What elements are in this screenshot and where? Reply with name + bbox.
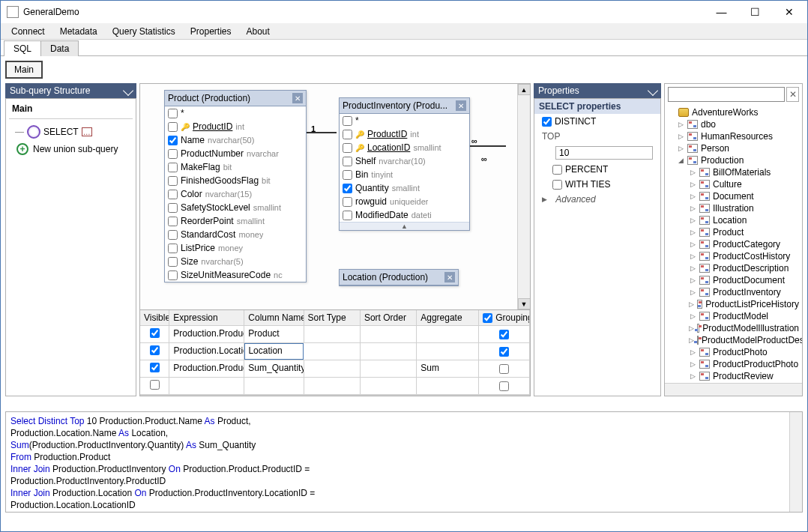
grid-row-empty[interactable] [140, 378, 530, 395]
grid-empty-visible[interactable] [150, 380, 160, 390]
column-checkbox[interactable] [168, 230, 178, 240]
grid-sortorder[interactable] [361, 360, 417, 377]
grid-colname[interactable]: Product [244, 326, 304, 342]
grid-row[interactable]: Production.Product.NameProduct [140, 326, 530, 343]
menu-metadata[interactable]: Metadata [52, 25, 105, 38]
grid-colname[interactable]: Location [244, 343, 304, 360]
column-checkbox[interactable] [168, 190, 178, 199]
grid-expression[interactable]: Production.Location.Name [169, 343, 244, 360]
tree-twist-icon[interactable]: ▷ [689, 360, 696, 368]
column-checkbox[interactable] [168, 163, 178, 172]
tree-twist-icon[interactable]: ▷ [689, 312, 696, 320]
pin-icon[interactable] [123, 85, 133, 96]
tree-twist-icon[interactable]: ▷ [689, 217, 696, 224]
distinct-checkbox[interactable] [542, 117, 552, 127]
menu-query-statistics[interactable]: Query Statistics [105, 25, 183, 38]
properties-pin-icon[interactable] [648, 85, 658, 96]
table-column-row[interactable]: Namenvarchar(50) [165, 133, 306, 147]
tree-table[interactable]: ▷ProductModelIllustration [665, 322, 802, 334]
tree-table[interactable]: ▷ProductInventory [665, 286, 802, 298]
table-column-row[interactable]: 🔑LocationIDsmallint [340, 141, 469, 154]
column-checkbox[interactable] [343, 184, 352, 193]
table-column-row[interactable]: Shelfnvarchar(10) [340, 154, 469, 168]
tree-twist-icon[interactable]: ▷ [677, 145, 684, 152]
tree-table[interactable]: ▷ProductModelProductDescriptionCulture [665, 334, 802, 346]
join-line-2[interactable] [468, 145, 506, 147]
table-column-row[interactable]: MakeFlagbit [165, 160, 306, 174]
grid-visible-checkbox[interactable] [150, 345, 160, 355]
tree-table[interactable]: ▷ProductCategory [665, 238, 802, 250]
tree-twist-icon[interactable]: ▷ [689, 241, 696, 248]
grid-header-aggregate[interactable]: Aggregate [417, 310, 479, 325]
grid-sorttype[interactable] [304, 343, 360, 360]
tree-twist-icon[interactable]: ▷ [689, 336, 694, 344]
tree-twist-icon[interactable]: ▷ [689, 193, 696, 200]
objexp-search-clear[interactable]: ✕ [786, 87, 799, 102]
table-productinventory-close[interactable]: ✕ [456, 100, 466, 111]
column-checkbox[interactable] [343, 211, 352, 220]
tree-table[interactable]: ▷ProductReview [665, 370, 802, 382]
grid-header-sorttype[interactable]: Sort Type [304, 310, 361, 325]
table-column-row[interactable]: StandardCostmoney [165, 228, 306, 241]
tree-table[interactable]: ▷Illustration [665, 202, 802, 214]
table-productinventory-collapse[interactable]: ▲ [340, 222, 469, 230]
tree-schema-humanresources[interactable]: ▷HumanResources [665, 130, 802, 142]
close-button[interactable]: ✕ [772, 1, 806, 23]
table-product[interactable]: Product (Production) ✕ *🔑ProductIDintNam… [164, 90, 307, 282]
column-checkbox[interactable] [168, 257, 178, 267]
tree-table[interactable]: ▷Location [665, 214, 802, 226]
main-tab-button[interactable]: Main [5, 61, 43, 79]
tree-twist-icon[interactable]: ▷ [689, 169, 696, 176]
column-checkbox[interactable] [168, 176, 178, 186]
objexp-scrollbar-h[interactable] [665, 383, 802, 396]
table-column-row[interactable]: Bintinyint [340, 168, 469, 181]
subquery-root[interactable]: Main [9, 102, 133, 119]
grid-grouping-checkbox[interactable] [499, 330, 509, 339]
table-column-row[interactable]: FinishedGoodsFlagbit [165, 174, 306, 187]
tree-table[interactable]: ▷ProductListPriceHistory [665, 298, 802, 310]
grid-sorttype[interactable] [304, 326, 361, 342]
column-checkbox[interactable] [168, 122, 178, 132]
tree-schema-dbo[interactable]: ▷dbo [665, 118, 802, 130]
menu-connect[interactable]: Connect [4, 25, 52, 38]
tree-twist-icon[interactable]: ▷ [689, 205, 696, 212]
column-checkbox[interactable] [168, 244, 178, 253]
tree-table[interactable]: ▷ProductCostHistory [665, 250, 802, 262]
tree-table[interactable]: ▷ProductModel [665, 310, 802, 322]
maximize-button[interactable]: ☐ [738, 1, 772, 23]
table-product-close[interactable]: ✕ [292, 93, 303, 103]
menu-properties[interactable]: Properties [183, 25, 239, 38]
tab-sql[interactable]: SQL [4, 40, 41, 56]
table-column-row[interactable]: * [165, 106, 306, 120]
table-column-row[interactable]: rowguiduniqueider [340, 195, 469, 208]
minimize-button[interactable]: — [705, 1, 738, 23]
grid-row[interactable]: Production.Location.NameLocation [140, 343, 530, 360]
tab-data[interactable]: Data [40, 40, 79, 56]
table-column-row[interactable]: SizeUnitMeasureCodenc [165, 268, 306, 282]
table-column-row[interactable]: * [340, 114, 469, 127]
grid-empty-grouping[interactable] [499, 381, 509, 391]
column-checkbox[interactable] [343, 197, 352, 207]
tree-twist-icon[interactable]: ▷ [689, 265, 696, 272]
tree-schema-person[interactable]: ▷Person [665, 142, 802, 154]
column-checkbox[interactable] [343, 116, 352, 126]
objexp-search-input[interactable] [668, 87, 785, 102]
tree-schema-production[interactable]: ◢Production [665, 154, 802, 166]
column-checkbox[interactable] [168, 136, 178, 145]
grid-scrollbar-h[interactable]: ◀▶ [140, 395, 530, 396]
column-checkbox[interactable] [168, 270, 178, 280]
grid-aggregate[interactable]: Sum [417, 360, 479, 377]
grid-colname[interactable]: Sum_Quantity [244, 360, 304, 377]
grid-header-colname[interactable]: Column Name [244, 310, 304, 325]
grouping-header-checkbox[interactable] [483, 313, 492, 323]
sql-scrollbar-v[interactable] [789, 412, 802, 512]
grid-sortorder[interactable] [361, 326, 417, 342]
grid-header-grouping[interactable]: Grouping [479, 310, 530, 325]
tree-table[interactable]: ▷Product [665, 226, 802, 238]
tree-twist-icon[interactable]: ▷ [689, 229, 696, 236]
grid-expression[interactable]: Production.Product.Name [169, 326, 244, 342]
tree-twist-icon[interactable]: ▷ [689, 300, 694, 308]
tree-table[interactable]: ▷ProductDescription [665, 262, 802, 274]
tree-twist-icon[interactable]: ▷ [689, 253, 696, 260]
grid-header-sortorder[interactable]: Sort Order [361, 310, 417, 325]
